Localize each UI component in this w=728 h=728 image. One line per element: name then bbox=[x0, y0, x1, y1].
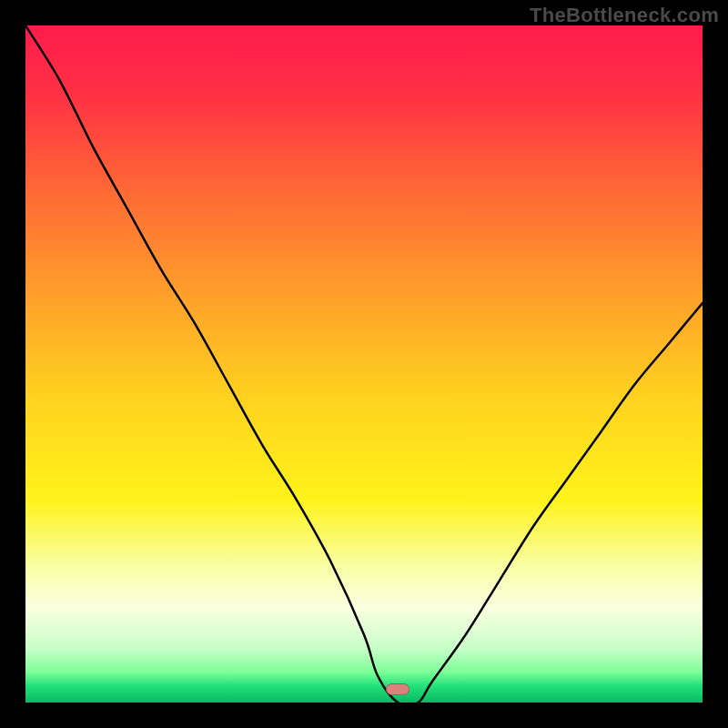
plot-svg bbox=[25, 25, 703, 703]
watermark-text: TheBottleneck.com bbox=[530, 4, 719, 27]
chart-frame: TheBottleneck.com bbox=[0, 0, 728, 728]
optimal-marker bbox=[386, 683, 410, 695]
plot-area bbox=[25, 25, 703, 703]
gradient-background bbox=[25, 25, 703, 703]
